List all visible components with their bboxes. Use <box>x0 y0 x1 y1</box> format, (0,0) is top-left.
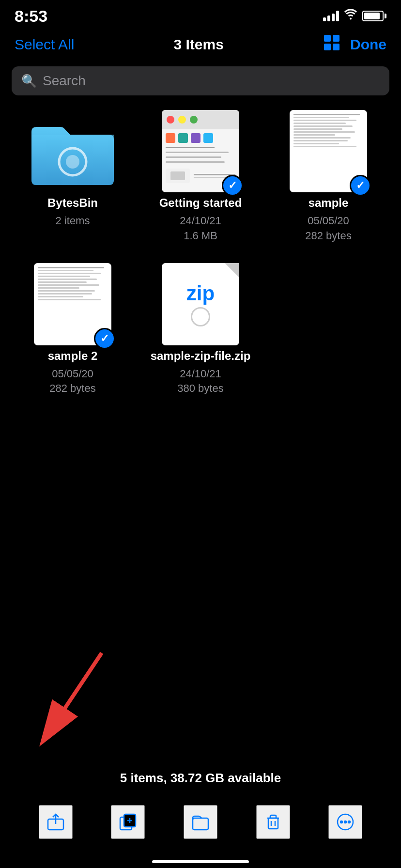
folder-thumbnail <box>31 110 114 192</box>
file-name: Getting started <box>159 196 242 210</box>
svg-point-21 <box>348 821 350 823</box>
document-thumbnail <box>162 110 239 192</box>
status-icons <box>323 9 386 23</box>
zip-thumb: zip <box>162 263 239 345</box>
zip-thumbnail: zip <box>162 263 239 345</box>
file-meta: 24/10/21380 bytes <box>177 367 223 397</box>
document-thumbnail <box>34 263 111 345</box>
duplicate-button[interactable] <box>111 805 145 839</box>
done-button[interactable]: Done <box>350 36 386 53</box>
selected-check-badge <box>222 175 243 196</box>
file-meta: 24/10/211.6 MB <box>180 214 221 244</box>
svg-rect-2 <box>324 44 331 50</box>
file-grid-row-2: sample 2 05/05/20282 bytes zip sample-zi… <box>0 258 401 402</box>
file-name: BytesBin <box>47 196 98 210</box>
empty-slot <box>270 263 386 397</box>
file-meta: 2 items <box>56 214 90 229</box>
more-button[interactable] <box>328 805 362 839</box>
file-item-getting-started[interactable]: Getting started 24/10/211.6 MB <box>142 110 259 244</box>
svg-point-20 <box>344 821 346 823</box>
file-name: sample 2 <box>48 349 98 363</box>
svg-rect-14 <box>193 818 208 830</box>
file-grid-row-1: BytesBin 2 items <box>0 105 401 248</box>
navigation-bar: Select All 3 Items Done <box>0 29 401 62</box>
status-time: 8:53 <box>15 7 47 26</box>
svg-point-5 <box>66 155 79 169</box>
file-meta: 05/05/20282 bytes <box>305 214 351 244</box>
file-item-sample[interactable]: sample 05/05/20282 bytes <box>270 110 386 244</box>
delete-button[interactable] <box>256 805 290 839</box>
annotation-arrow <box>29 648 107 757</box>
document-thumbnail <box>290 110 367 192</box>
storage-info: 5 items, 38.72 GB available <box>120 771 281 785</box>
svg-line-7 <box>44 653 102 740</box>
battery-icon <box>362 11 386 21</box>
footer-status: 5 items, 38.72 GB available <box>0 766 401 790</box>
home-indicator <box>152 860 249 863</box>
search-icon: 🔍 <box>21 74 37 89</box>
file-item-bytesbin[interactable]: BytesBin 2 items <box>15 110 131 244</box>
search-bar[interactable]: 🔍 Search <box>12 66 389 95</box>
move-button[interactable] <box>184 805 217 839</box>
search-input[interactable]: Search <box>43 73 86 89</box>
grid-view-icon[interactable] <box>323 34 340 55</box>
selected-check-badge <box>350 175 371 196</box>
share-button[interactable] <box>39 805 73 839</box>
svg-rect-3 <box>333 44 339 50</box>
file-name: sample <box>308 196 349 210</box>
file-name: sample-zip-file.zip <box>151 349 251 363</box>
select-all-button[interactable]: Select All <box>15 36 74 53</box>
svg-rect-15 <box>268 818 278 829</box>
wifi-icon <box>344 9 357 23</box>
file-item-sample-zip[interactable]: zip sample-zip-file.zip 24/10/21380 byte… <box>142 263 259 397</box>
status-bar: 8:53 <box>0 0 401 29</box>
search-container: 🔍 Search <box>0 62 401 105</box>
svg-point-19 <box>340 821 342 823</box>
folder-svg <box>31 117 114 185</box>
file-item-sample2[interactable]: sample 2 05/05/20282 bytes <box>15 263 131 397</box>
bottom-toolbar <box>0 795 401 849</box>
file-meta: 05/05/20282 bytes <box>49 367 95 397</box>
svg-rect-0 <box>324 35 331 42</box>
signal-icon <box>323 11 339 21</box>
svg-rect-1 <box>333 35 339 42</box>
selected-check-badge <box>94 328 115 349</box>
nav-right-actions: Done <box>323 34 386 55</box>
page-title: 3 Items <box>174 36 224 53</box>
